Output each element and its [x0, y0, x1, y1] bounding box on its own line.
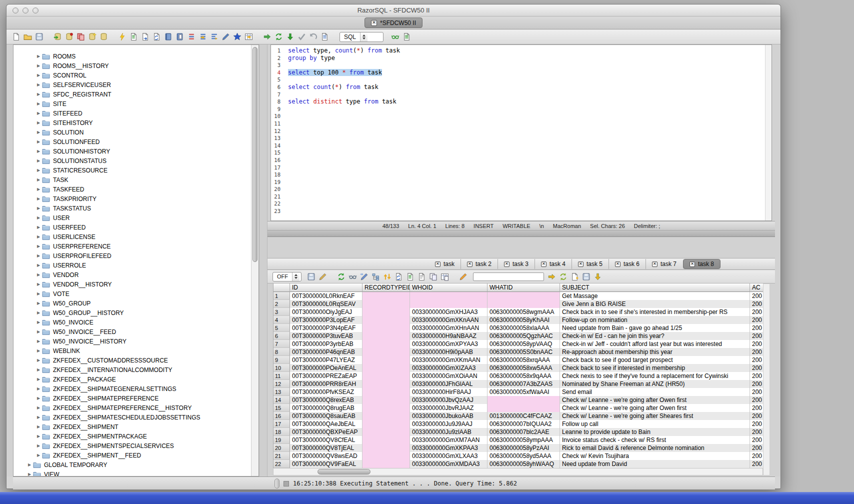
tree-item-table[interactable]: ▶ZKFEDEX__PACKAGE	[14, 374, 258, 384]
close-window-button[interactable]	[12, 8, 18, 14]
edit-pencil-icon[interactable]	[360, 272, 369, 282]
column-header-WHATID[interactable]: WHATID	[488, 284, 560, 292]
expand-triangle-icon[interactable]: ▶	[35, 102, 42, 106]
tree-item-table[interactable]: ▶USER	[14, 213, 258, 222]
tree-item-table[interactable]: ▶SITE	[14, 99, 258, 108]
horizontal-splitter[interactable]	[268, 230, 775, 237]
tree-item-table[interactable]: ▶SOLUTIONSTATUS	[14, 156, 258, 166]
results-filter-input[interactable]	[473, 272, 544, 281]
tree-item-table[interactable]: ▶SOLUTION	[14, 128, 258, 137]
tree-item-table[interactable]: ▶SITEFEED	[14, 108, 258, 118]
db-import-icon[interactable]	[53, 32, 62, 42]
expand-triangle-icon[interactable]: ▶	[35, 292, 42, 296]
tab-close-icon[interactable]: ✕	[504, 262, 510, 267]
tree-item-table[interactable]: ▶ZKFEDEX__SHIPMATEPREFERENCE	[14, 394, 258, 403]
copy-red-icon[interactable]	[76, 32, 86, 42]
expand-triangle-icon[interactable]: ▶	[35, 196, 42, 201]
db-icon[interactable]	[99, 32, 108, 42]
column-header-rownum[interactable]	[274, 284, 290, 292]
new-file-icon[interactable]	[12, 32, 21, 42]
expand-triangle-icon[interactable]: ▶	[35, 453, 42, 458]
result-tab-task[interactable]: ✕task	[429, 259, 460, 269]
execute-bolt-icon[interactable]	[118, 32, 127, 42]
tree-item-table[interactable]: ▶W50_INVOICE__FEED	[14, 327, 258, 336]
hscrollbar-thumb[interactable]	[318, 469, 370, 474]
check-list-icon[interactable]	[406, 272, 415, 282]
expand-triangle-icon[interactable]: ▶	[35, 424, 42, 429]
tree-item-table[interactable]: ▶VENDOR	[14, 270, 258, 280]
expand-triangle-icon[interactable]: ▶	[35, 216, 42, 220]
column-header-AC[interactable]: AC	[750, 284, 763, 292]
tree-item-table[interactable]: ▶W50_INVOICE	[14, 318, 258, 327]
result-tab-task-6[interactable]: ✕task 6	[608, 259, 646, 269]
row-limit-dropdown[interactable]: OFF	[272, 272, 302, 282]
table-row[interactable]: 1200T3000000PRR8rEAH0033000000JFhGlAAL00…	[274, 380, 763, 388]
table-row[interactable]: 100T3000000L0RknEAFGet Massage200	[274, 292, 763, 300]
tree-item-table[interactable]: ▶W50_GROUP__HISTORY	[14, 308, 258, 318]
table-row[interactable]: 1000T3000000POeAnEAL0033000000GmXIZAA300…	[274, 364, 763, 372]
open-folder-icon[interactable]	[23, 32, 32, 42]
tree-scrollbar-thumb[interactable]	[252, 47, 258, 262]
result-tab-task-3[interactable]: ✕task 3	[498, 259, 534, 269]
tree-item-table[interactable]: ▶TASKSTATUS	[14, 204, 258, 213]
tree-item-table[interactable]: ▶SOLUTIONHISTORY	[14, 146, 258, 156]
save-icon[interactable]	[306, 272, 316, 282]
table-row[interactable]: 1700T3000000QAeJbEAL0033000000Ju9J9AAJ00…	[274, 420, 763, 428]
expand-triangle-icon[interactable]: ▶	[35, 415, 42, 420]
refresh-icon[interactable]	[336, 272, 346, 282]
page-refresh-icon[interactable]	[152, 32, 162, 42]
tree-item-table[interactable]: ▶SCONTROL	[14, 70, 258, 80]
tree-item-table[interactable]: ▶ZKFEDEX__SHIPMATESCHEDULEDJOBSSETTINGS	[14, 412, 258, 422]
expand-triangle-icon[interactable]: ▶	[35, 272, 42, 277]
tab-close-icon[interactable]: ✕	[467, 262, 472, 267]
tree-item-table[interactable]: ▶TASKPRIORITY	[14, 194, 258, 204]
table-row[interactable]: 2000T3000000QV8TjEAL0033000000GmXKPAA300…	[274, 444, 763, 452]
expand-triangle-icon[interactable]: ▶	[35, 73, 42, 78]
tree-item-table[interactable]: ▶WEBLINK	[14, 346, 258, 356]
table-copy-icon[interactable]	[440, 272, 450, 282]
expand-triangle-icon[interactable]: ▶	[35, 301, 42, 306]
tree-item-table[interactable]: ▶ZKFEDEX__CUSTOMADDRESSSOURCE	[14, 356, 258, 365]
dropdown-stepper-icon[interactable]	[360, 32, 368, 42]
result-tab-task-7[interactable]: ✕task 7	[646, 259, 682, 269]
commit-check-icon[interactable]	[297, 32, 306, 42]
expand-triangle-icon[interactable]: ▶	[35, 187, 42, 192]
table-row[interactable]: 1900T3000000QV8CfEAL0033000000GmXM7AAN00…	[274, 436, 763, 444]
tree-item-table[interactable]: ▶TASK	[14, 175, 258, 184]
expand-triangle-icon[interactable]: ▶	[35, 263, 42, 268]
column-header-RECORDTYPEID[interactable]: RECORDTYPEID	[362, 284, 410, 292]
editor-vertical-scrollbar[interactable]	[765, 45, 772, 220]
document-tab[interactable]: ✕ *SFDCW50 II	[364, 18, 422, 28]
table-row[interactable]: 700T3000000P3yrbEAB0033000000GmXPYAA3006…	[274, 340, 763, 348]
table-vertical-scrollbar[interactable]	[763, 284, 770, 476]
tree-item-table[interactable]: ▶USERFEED	[14, 222, 258, 232]
page-note-icon[interactable]	[417, 272, 426, 282]
expand-triangle-icon[interactable]: ▶	[35, 64, 42, 68]
tree-item-table[interactable]: ▶STATICRESOURCE	[14, 166, 258, 175]
expand-triangle-icon[interactable]: ▶	[35, 225, 42, 230]
note-add-icon[interactable]	[570, 272, 580, 282]
tree-item-table[interactable]: ▶ZKFEDEX__INTERNATIONALCOMMODITY	[14, 365, 258, 374]
table-horizontal-scrollbar[interactable]	[273, 468, 763, 476]
table-row[interactable]: 1400T3000000Q8rexEAB0033000000JbvQzAAJCh…	[274, 396, 763, 404]
tree-item-table[interactable]: ▶ZKFEDEX__SHIPMATEGENERALSETTINGS	[14, 384, 258, 394]
expand-triangle-icon[interactable]: ▶	[35, 54, 42, 58]
expand-triangle-icon[interactable]: ▶	[26, 462, 33, 467]
tree-item-table[interactable]: ▶ROOMS__HISTORY	[14, 61, 258, 70]
expand-triangle-icon[interactable]: ▶	[35, 348, 42, 353]
expand-triangle-icon[interactable]: ▶	[35, 320, 42, 324]
db-disconnect-icon[interactable]	[64, 32, 74, 42]
column-header-WHOID[interactable]: WHOID	[410, 284, 488, 292]
tab-close-icon[interactable]: ✕	[578, 262, 584, 267]
expand-triangle-icon[interactable]: ▶	[35, 282, 42, 286]
expand-triangle-icon[interactable]: ▶	[35, 120, 42, 125]
db-create-icon[interactable]	[88, 32, 97, 42]
tree-item-table[interactable]: ▶USERPROFILEFEED	[14, 251, 258, 260]
expand-triangle-icon[interactable]: ▶	[35, 92, 42, 96]
result-tab-task-2[interactable]: ✕task 2	[460, 259, 498, 269]
book-icon[interactable]	[164, 32, 173, 42]
go-arrow-icon[interactable]	[262, 32, 272, 42]
expand-triangle-icon[interactable]: ▶	[26, 472, 33, 476]
minimize-window-button[interactable]	[22, 8, 28, 14]
table-row[interactable]: 2100T3000000QV8wsEAD0033000000GmXLXAA300…	[274, 452, 763, 460]
